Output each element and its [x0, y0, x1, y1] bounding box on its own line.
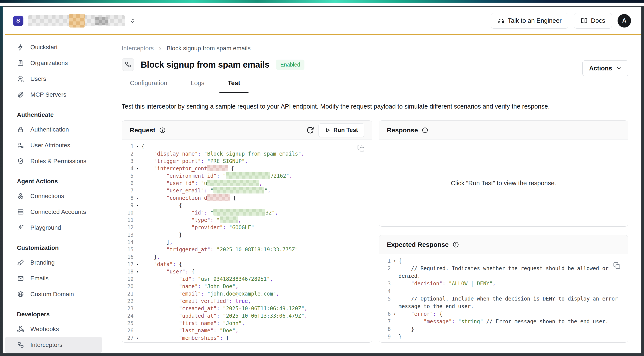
code-text: "type": ",: [142, 216, 241, 224]
sidebar-item-auth-logs[interactable]: Auth Logs: [2, 353, 108, 354]
code-line: 8 }: [379, 326, 628, 333]
line-number: 2: [122, 151, 134, 157]
code-line: 21 "email": "john.doe@example.com",: [122, 290, 372, 298]
fold-toggle-icon[interactable]: ▾: [134, 167, 142, 171]
tab-logs[interactable]: Logs: [182, 79, 213, 93]
expected-response-panel: Expected Response 1▾{2 // Required. Indi…: [379, 235, 628, 343]
run-test-button[interactable]: Run Test: [318, 123, 364, 137]
code-line: 11 "type": ",: [122, 216, 372, 224]
sidebar-item-user-attributes[interactable]: User Attributes: [2, 137, 108, 153]
docs-button[interactable]: Docs: [574, 13, 612, 28]
org-switcher[interactable]: S: [13, 15, 136, 26]
fold-toggle-icon[interactable]: ▾: [134, 262, 142, 266]
info-icon[interactable]: [422, 127, 428, 133]
code-line: 27▾ "memberships": [: [122, 334, 372, 342]
code-text: "user": {: [142, 269, 195, 275]
line-number: 18: [122, 269, 134, 275]
fold-toggle-icon[interactable]: ▾: [134, 203, 142, 207]
actions-label: Actions: [589, 65, 612, 72]
code-text: "created_at": "2025-10-06T11:06:49.120Z"…: [142, 306, 308, 312]
code-text: }: [142, 232, 182, 238]
copy-expected-button[interactable]: [613, 262, 622, 270]
code-line: 16 },: [122, 253, 372, 261]
code-text: "id": "32",: [142, 209, 278, 217]
code-line: 12 "provider": "GOOGLE": [122, 224, 372, 231]
sidebar-item-label: Quickstart: [30, 44, 58, 51]
sidebar-item-webhooks[interactable]: Webhooks: [2, 321, 108, 337]
code-line: 22 "email_verified": true,: [122, 298, 372, 305]
interceptor-icon-box[interactable]: [122, 58, 134, 71]
sidebar-item-label: Connected Accounts: [30, 208, 86, 215]
sidebar-item-interceptors[interactable]: Interceptors: [5, 337, 102, 353]
code-text: "triggered_at": "2025-10-08T18:19:33.775…: [142, 247, 298, 253]
line-number: 22: [122, 298, 134, 304]
line-number: 12: [122, 225, 134, 231]
code-line: 5 // Optional. Include when the decision…: [379, 295, 628, 310]
line-number: 10: [122, 210, 134, 216]
sidebar-item-organizations[interactable]: Organizations: [2, 55, 108, 71]
line-number: 16: [122, 254, 134, 260]
sidebar-item-playground[interactable]: Playground: [2, 220, 108, 236]
sidebar-item-emails[interactable]: Emails: [2, 270, 108, 286]
fold-toggle-icon[interactable]: ▾: [391, 310, 398, 318]
actions-button[interactable]: Actions: [582, 60, 628, 76]
code-line: 3 "decision": "ALLOW | DENY",: [379, 280, 628, 288]
topbar: S Talk to an Engineer Docs: [2, 7, 642, 34]
talk-to-engineer-button[interactable]: Talk to an Engineer: [491, 13, 568, 28]
line-number: 8: [379, 326, 391, 333]
reset-request-button[interactable]: [306, 126, 315, 135]
response-empty-state: Click “Run Test” to view the response.: [379, 140, 628, 226]
sidebar-item-authentication[interactable]: Authentication: [2, 122, 108, 137]
interceptor-icon: [124, 61, 132, 68]
user-avatar[interactable]: A: [618, 14, 631, 27]
sidebar-item-label: Roles & Permissions: [30, 158, 86, 165]
line-number: 6: [122, 180, 134, 186]
redacted-text: [226, 172, 270, 179]
breadcrumb: Interceptors › Block signup from spam em…: [122, 45, 628, 52]
redacted-text: [207, 180, 259, 186]
sidebar-item-connected-accounts[interactable]: Connected Accounts: [2, 204, 108, 220]
sidebar-item-branding[interactable]: Branding: [2, 255, 108, 270]
org-name-redacted: [28, 15, 125, 26]
fold-toggle-icon[interactable]: ▾: [134, 196, 142, 200]
code-line: 6 "user_id": "u,: [122, 180, 372, 187]
sidebar-item-users[interactable]: Users: [2, 71, 108, 87]
redacted-text: [220, 216, 238, 223]
sidebar-item-connections[interactable]: Connections: [2, 188, 108, 204]
sidebar-item-custom-domain[interactable]: Custom Domain: [2, 286, 108, 302]
copy-request-button[interactable]: [357, 144, 366, 153]
fold-toggle-icon[interactable]: ▾: [134, 144, 142, 148]
tab-configuration[interactable]: Configuration: [122, 79, 176, 93]
sidebar-item-label: Playground: [30, 224, 61, 231]
fold-toggle-icon[interactable]: ▾: [391, 257, 398, 265]
app-window: S Talk to an Engineer Docs: [2, 7, 642, 354]
sidebar: QuickstartOrganizationsUsersMCP ServersA…: [2, 35, 108, 354]
line-number: 4: [379, 288, 391, 295]
expected-code-viewer[interactable]: 1▾{2 // Required. Indicates whether the …: [379, 254, 628, 342]
fold-toggle-icon[interactable]: ▾: [134, 270, 142, 274]
sidebar-item-label: Emails: [30, 275, 48, 282]
code-text: "first_name": "John",: [142, 320, 245, 326]
code-text: {: [142, 143, 144, 149]
fold-toggle-icon[interactable]: ▾: [134, 336, 142, 340]
breadcrumb-parent[interactable]: Interceptors: [122, 45, 154, 52]
line-number: 2: [379, 265, 391, 272]
code-text: "connection_d [: [142, 194, 236, 202]
info-icon[interactable]: [452, 241, 459, 248]
code-line: 17▾ "data": {: [122, 261, 372, 268]
sidebar-item-roles-permissions[interactable]: Roles & Permissions: [2, 153, 108, 169]
request-code-editor[interactable]: 1▾{2 "display_name": "Block signup from …: [122, 140, 372, 342]
info-icon[interactable]: [159, 127, 166, 133]
code-text: }: [398, 326, 624, 333]
sidebar-item-mcp-servers[interactable]: MCP Servers: [2, 87, 108, 102]
sidebar-item-label: Branding: [30, 259, 55, 266]
chevrons-up-down-icon[interactable]: [130, 16, 136, 25]
code-line: 8▾ "connection_d [: [122, 194, 372, 202]
sidebar-item-label: Organizations: [30, 60, 68, 66]
cubes-icon: [17, 192, 24, 200]
sidebar-item-quickstart[interactable]: Quickstart: [2, 39, 108, 55]
code-text: "user_id": "u,: [142, 180, 262, 187]
tab-test[interactable]: Test: [220, 79, 248, 93]
line-number: 14: [122, 239, 134, 245]
workspace-logo: S: [13, 15, 24, 26]
